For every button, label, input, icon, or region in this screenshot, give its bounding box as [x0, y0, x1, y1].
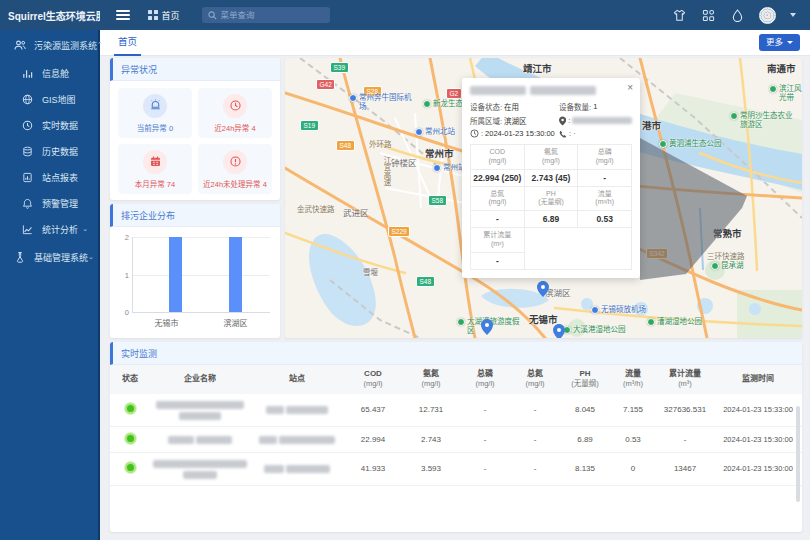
clock-alert-icon: [223, 94, 247, 118]
map-poi-station[interactable]: 常州北站: [415, 128, 455, 137]
chevron-down-icon: [787, 41, 793, 44]
card-label: 本月异常 74: [135, 178, 175, 189]
bar-binhu: [229, 237, 242, 312]
table-row[interactable]: 65.43712.731 -- 8.0457.155 327636.531202…: [110, 394, 802, 427]
sidebar-item-history-data[interactable]: 历史数据: [0, 138, 98, 164]
status-dot-online: [125, 403, 136, 414]
card-current-abnormal[interactable]: 当前异常 0: [118, 88, 192, 138]
company-name-redacted: [150, 394, 250, 427]
user-menu-chevron-icon[interactable]: [790, 13, 796, 17]
map-poi-park[interactable]: 大溪港湿地公园: [563, 326, 626, 335]
road-badge: G42: [316, 79, 335, 90]
breadcrumb[interactable]: 首页: [148, 9, 180, 22]
panel-title: 排污企业分布: [110, 204, 280, 227]
y-tick: 2: [119, 233, 129, 242]
menu-toggle-icon[interactable]: [116, 10, 130, 20]
theme-skin-icon[interactable]: [672, 8, 687, 23]
card-label: 当前异常 0: [137, 122, 173, 133]
device-marker-pin[interactable]: [481, 319, 493, 335]
x-label: 无锡市: [132, 317, 201, 328]
card-month-abnormal[interactable]: 本月异常 74: [118, 144, 192, 194]
map-poi-park[interactable]: 滨江风光带: [769, 85, 802, 102]
company-name-redacted: [150, 426, 250, 452]
road-badge: S342: [646, 248, 668, 259]
device-marker-pin[interactable]: [537, 281, 549, 297]
device-status-label: 设备状态:: [470, 101, 502, 112]
map-poi-airport[interactable]: 常州奔牛国际机场: [349, 94, 413, 111]
sidebar-item-realtime-data[interactable]: 实时数据: [0, 112, 98, 138]
close-icon[interactable]: ×: [627, 82, 633, 93]
search-input[interactable]: [221, 10, 324, 20]
tab-bar: 首页 更多: [100, 30, 810, 56]
sidebar-item-alert-management[interactable]: 预警管理: [0, 190, 98, 216]
status-dot-online: [125, 462, 136, 473]
map-poi-park[interactable]: 漕湖湿地公园: [647, 318, 702, 327]
road-badge: S19: [300, 120, 319, 131]
alarm-bell-icon: [22, 197, 35, 210]
top-bar: Squirrel生态环境云服务平台 首页: [0, 0, 810, 30]
sidebar-item-label: 预警管理: [42, 197, 78, 210]
chevron-up-icon: ⌃: [97, 41, 103, 49]
monitor-system-icon: [14, 39, 27, 52]
road-badge: S48: [416, 276, 435, 287]
globe-icon: [22, 93, 35, 106]
map-label-city: 港市: [642, 118, 661, 132]
card-24h-abnormal[interactable]: 近24h异常 4: [198, 88, 272, 138]
device-count-value: 1: [593, 102, 597, 111]
sidebar-item-station-report[interactable]: 站点报表: [0, 164, 98, 190]
popup-metrics-table: COD(mg/l) 氨氮(mg/l) 总磷(mg/l) 22.994 (250)…: [470, 144, 632, 270]
address-redacted: [572, 117, 632, 124]
map-poi-park[interactable]: 常阴沙生态农业旅游区: [730, 112, 794, 129]
y-tick: 0: [119, 308, 129, 317]
database-icon: [22, 145, 35, 158]
map-poi-airport[interactable]: 无锡硕放机场: [591, 306, 646, 315]
map-label-district: 武进区: [343, 206, 369, 218]
enterprise-distribution-panel: 排污企业分布 2 1 0 无锡市 滨湖区: [110, 204, 280, 338]
clock-icon: [470, 129, 479, 138]
more-button[interactable]: 更多: [759, 34, 800, 51]
map-label-road: 江宜高速: [381, 156, 392, 186]
table-scrollbar[interactable]: [796, 406, 800, 502]
water-drop-icon[interactable]: [730, 8, 745, 23]
sidebar-section-base-management[interactable]: 基础管理系统 ⌄: [0, 242, 98, 272]
sidebar-item-label: 信息舱: [42, 67, 69, 80]
clock-icon: [22, 119, 35, 132]
x-label: 滨湖区: [201, 317, 270, 328]
status-dot-online: [125, 433, 136, 444]
apps-grid-icon[interactable]: [701, 8, 716, 23]
main-content: 异常状况 当前异常 0 近24h异常 4: [100, 56, 810, 540]
gis-map[interactable]: 常州市 靖江市 南通市 港市 常熟市 无锡市 钟楼区 武进区 滨湖区 雪堰 外环…: [285, 58, 802, 338]
menu-search[interactable]: [202, 7, 330, 23]
card-24h-unhandled-abnormal[interactable]: 近24h未处理异常 4: [198, 144, 272, 194]
chevron-down-icon: ⌄: [88, 253, 94, 261]
report-icon: [22, 171, 35, 184]
popup-time: 2024-01-23 15:30:00: [485, 129, 555, 138]
user-avatar[interactable]: [759, 7, 776, 24]
table-row[interactable]: 41.9333.593 -- 8.1350 134672024-01-23 15…: [110, 452, 802, 485]
station-name-redacted: [250, 452, 344, 485]
map-poi-station[interactable]: 常州站: [433, 164, 466, 173]
more-button-label: 更多: [766, 34, 783, 51]
region-value: 滨湖区: [504, 115, 527, 126]
realtime-monitor-table: 状态 企业名称 站点 COD(mg/l) 氨氮(mg/l) 总磷(mg/l) 总…: [110, 365, 802, 486]
map-poi-lake[interactable]: 昆承湖: [711, 262, 744, 271]
device-marker-pin[interactable]: [553, 324, 565, 338]
sidebar-item-statistics[interactable]: 统计分析 ⌄: [0, 216, 98, 242]
sidebar-item-label: 历史数据: [42, 145, 78, 158]
sidebar-section-pollution-monitor[interactable]: 污染源监测系统 ⌃: [0, 30, 98, 60]
sidebar-item-gis-map[interactable]: GIS地图: [0, 86, 98, 112]
sidebar-item-info-hub[interactable]: 信息舱: [0, 60, 98, 86]
location-pin-icon: [559, 116, 566, 126]
bar-chart-icon: [22, 67, 35, 80]
topbar-actions: [672, 7, 810, 24]
road-badge: S229: [388, 226, 410, 237]
map-label-city: 常熟市: [713, 226, 742, 240]
map-label-road: 金武快速路: [297, 203, 335, 214]
tab-home[interactable]: 首页: [114, 30, 141, 56]
map-poi-park[interactable]: 黄泗浦生态公园: [659, 140, 722, 149]
table-row[interactable]: 22.9942.743 -- 6.890.53 -2024-01-23 15:3…: [110, 426, 802, 452]
app-screen: Squirrel生态环境云服务平台 首页: [0, 0, 810, 540]
device-info-popup: × 设备状态:在用 设备数量:1 所属区域:滨湖区 : :2024-01-23 …: [462, 78, 640, 278]
road-badge: S39: [330, 62, 349, 73]
card-label: 近24h异常 4: [214, 122, 255, 133]
